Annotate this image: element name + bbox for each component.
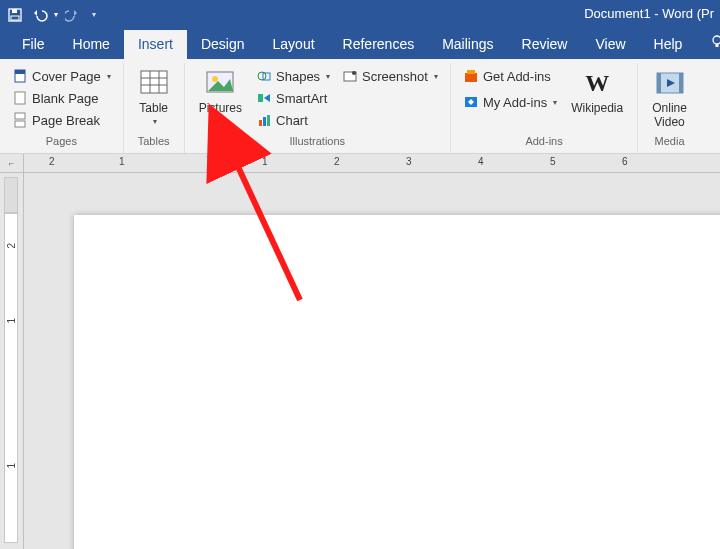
qat-customize-icon[interactable]: ▾	[92, 10, 96, 19]
my-addins-button[interactable]: My Add-ins▾	[459, 91, 561, 113]
screenshot-button[interactable]: Screenshot▾	[338, 65, 442, 87]
svg-rect-8	[15, 113, 25, 119]
table-label: Table	[139, 101, 168, 115]
chevron-down-icon: ▾	[153, 117, 157, 126]
ribbon: Cover Page▾ Blank Page Page Break Pages	[0, 59, 720, 154]
pictures-label: Pictures	[199, 101, 242, 115]
tell-me-bulb-icon[interactable]	[702, 29, 720, 59]
cover-page-label: Cover Page	[32, 69, 101, 84]
svg-rect-20	[259, 120, 262, 126]
chevron-down-icon: ▾	[219, 117, 223, 126]
chevron-down-icon: ▾	[553, 98, 557, 107]
blank-page-label: Blank Page	[32, 91, 99, 106]
svg-rect-19	[258, 94, 263, 102]
svg-rect-10	[141, 71, 167, 93]
document-workspace: 2 1 1 Video provides a powerful way to h…	[0, 173, 720, 549]
page-break-label: Page Break	[32, 113, 100, 128]
svg-rect-1	[12, 9, 17, 13]
tab-design[interactable]: Design	[187, 30, 259, 59]
get-addins-button[interactable]: Get Add-ins	[459, 65, 561, 87]
tab-insert[interactable]: Insert	[124, 30, 187, 59]
svg-rect-25	[465, 73, 477, 82]
chevron-down-icon: ▾	[326, 72, 330, 81]
tab-references[interactable]: References	[329, 30, 429, 59]
group-tables-label: Tables	[138, 133, 170, 150]
group-pages: Cover Page▾ Blank Page Page Break Pages	[0, 63, 124, 153]
screenshot-icon	[342, 68, 358, 84]
ruler-h-scale: 2 1 1 2 3 4 5 6	[24, 154, 720, 172]
chart-label: Chart	[276, 113, 308, 128]
chevron-down-icon: ▾	[434, 72, 438, 81]
shapes-icon	[256, 68, 272, 84]
svg-rect-7	[15, 92, 25, 104]
page-area[interactable]: Video provides a powerful way to help yo…	[24, 173, 720, 549]
video-icon	[654, 67, 686, 99]
window-title: Document1 - Word (Pr	[584, 6, 714, 21]
chevron-down-icon: ▾	[107, 72, 111, 81]
pictures-button[interactable]: Pictures ▾	[193, 65, 248, 128]
undo-dropdown-icon[interactable]: ▾	[54, 10, 58, 19]
tab-mailings[interactable]: Mailings	[428, 30, 507, 59]
document-page[interactable]	[74, 215, 720, 549]
online-video-button[interactable]: Online Video	[646, 65, 693, 131]
group-illustrations-label: Illustrations	[289, 133, 345, 150]
blank-page-icon	[12, 90, 28, 106]
smartart-icon	[256, 90, 272, 106]
svg-point-3	[713, 36, 720, 44]
svg-rect-9	[15, 121, 25, 127]
online-video-label: Online Video	[652, 101, 687, 129]
group-addins-label: Add-ins	[525, 133, 562, 150]
my-addins-icon	[463, 94, 479, 110]
pictures-icon	[204, 67, 236, 99]
table-button[interactable]: Table ▾	[132, 65, 176, 128]
page-break-icon	[12, 112, 28, 128]
chart-button[interactable]: Chart	[252, 109, 334, 131]
cover-page-icon	[12, 68, 28, 84]
svg-rect-30	[679, 73, 683, 93]
store-icon	[463, 68, 479, 84]
smartart-label: SmartArt	[276, 91, 327, 106]
shapes-label: Shapes	[276, 69, 320, 84]
tab-view[interactable]: View	[581, 30, 639, 59]
shapes-button[interactable]: Shapes▾	[252, 65, 334, 87]
svg-rect-21	[263, 117, 266, 126]
svg-rect-4	[716, 44, 719, 47]
blank-page-button[interactable]: Blank Page	[8, 87, 115, 109]
get-addins-label: Get Add-ins	[483, 69, 551, 84]
page-break-button[interactable]: Page Break	[8, 109, 115, 131]
undo-icon[interactable]	[30, 6, 48, 24]
my-addins-label: My Add-ins	[483, 95, 547, 110]
vertical-ruler[interactable]: 2 1 1	[0, 173, 24, 549]
horizontal-ruler[interactable]: ⌐ 2 1 1 2 3 4 5 6	[0, 154, 720, 173]
svg-rect-26	[467, 70, 475, 74]
svg-point-24	[352, 71, 356, 75]
svg-rect-6	[15, 70, 25, 74]
save-icon[interactable]	[6, 6, 24, 24]
cover-page-button[interactable]: Cover Page▾	[8, 65, 115, 87]
tab-layout[interactable]: Layout	[259, 30, 329, 59]
ribbon-tabs: File Home Insert Design Layout Reference…	[0, 29, 720, 59]
smartart-button[interactable]: SmartArt	[252, 87, 334, 109]
redo-icon[interactable]	[64, 6, 82, 24]
tab-home[interactable]: Home	[59, 30, 124, 59]
chart-icon	[256, 112, 272, 128]
svg-rect-29	[657, 73, 661, 93]
table-icon	[138, 67, 170, 99]
svg-rect-22	[267, 115, 270, 126]
group-illustrations: Pictures ▾ Shapes▾ SmartArt Chart	[185, 63, 451, 153]
wikipedia-icon: W	[581, 67, 613, 99]
group-tables: Table ▾ Tables	[124, 63, 185, 153]
wikipedia-button[interactable]: W Wikipedia	[565, 65, 629, 117]
tab-review[interactable]: Review	[508, 30, 582, 59]
svg-rect-2	[11, 16, 19, 20]
tab-file[interactable]: File	[8, 30, 59, 59]
group-pages-label: Pages	[46, 133, 77, 150]
quick-access-toolbar: ▾ ▾	[6, 6, 96, 24]
svg-point-16	[212, 76, 218, 82]
group-media: Online Video Media	[638, 63, 701, 153]
wikipedia-label: Wikipedia	[571, 101, 623, 115]
tab-help[interactable]: Help	[640, 30, 697, 59]
screenshot-label: Screenshot	[362, 69, 428, 84]
group-addins: Get Add-ins My Add-ins▾ W Wikipedia Add-…	[451, 63, 638, 153]
group-media-label: Media	[655, 133, 685, 150]
